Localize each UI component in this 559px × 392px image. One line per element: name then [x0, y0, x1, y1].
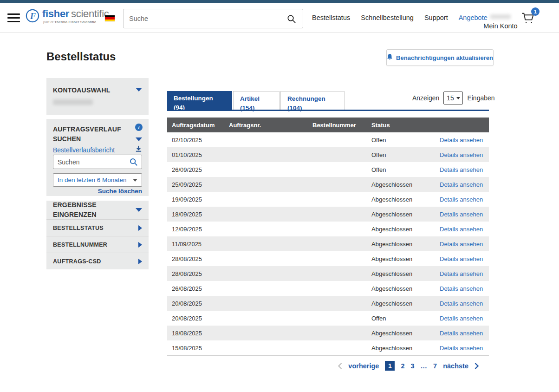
- details-link[interactable]: Details ansehen: [440, 211, 483, 218]
- details-link[interactable]: Details ansehen: [440, 151, 483, 158]
- table-row: 11/09/2025AbgeschlossenDetails ansehen: [167, 236, 489, 251]
- order-status: Abgeschlossen: [371, 285, 440, 292]
- update-notifications-button[interactable]: Benachrichtigungen aktualisieren: [386, 49, 494, 66]
- order-history-report-link[interactable]: Bestellverlaufsbericht: [53, 146, 115, 154]
- next-page-link[interactable]: nächste: [443, 362, 468, 370]
- next-page-chevron-icon[interactable]: [474, 363, 479, 369]
- page-size-suffix: Eingaben: [467, 94, 494, 102]
- svg-text:F: F: [30, 12, 36, 21]
- site-header: F fisherscientific part of Thermo Fisher…: [0, 3, 559, 33]
- refine-item-label: AUFTRAGS-CSD: [53, 258, 101, 265]
- search-icon[interactable]: [284, 14, 303, 24]
- refine-panel-header[interactable]: ERGEBNISSE EINGRENZEN: [46, 201, 149, 219]
- order-status: Offen: [371, 151, 440, 158]
- refine-results-panel: ERGEBNISSE EINGRENZEN BESTELLSTATUSBESTE…: [46, 201, 149, 269]
- order-date: 28/08/2025: [167, 270, 229, 277]
- german-flag-icon[interactable]: [105, 15, 115, 21]
- f-circle-icon: F: [26, 9, 39, 25]
- column-header-order-number: Auftragsnr.: [229, 122, 312, 129]
- chevron-down-icon: [136, 208, 142, 212]
- details-cell: Details ansehen: [440, 137, 489, 144]
- refine-item-auftrags-csd[interactable]: AUFTRAGS-CSD: [46, 253, 149, 269]
- order-status: Abgeschlossen: [371, 241, 440, 248]
- details-link[interactable]: Details ansehen: [440, 315, 483, 322]
- page-number-3[interactable]: 3: [411, 362, 415, 370]
- select-caret-icon: [456, 97, 460, 99]
- tab-label: Bestellungen: [174, 94, 232, 103]
- details-link[interactable]: Details ansehen: [440, 181, 483, 188]
- cart-icon: [521, 18, 535, 26]
- order-status: Offen: [371, 315, 440, 322]
- details-link[interactable]: Details ansehen: [440, 285, 483, 292]
- details-link[interactable]: Details ansehen: [440, 137, 483, 144]
- search-input[interactable]: [124, 15, 284, 22]
- orders-table: Auftragsdatum Auftragsnr. Bestellnummer …: [167, 118, 489, 356]
- download-icon[interactable]: [135, 145, 142, 154]
- table-row: 20/08/2025AbgeschlossenDetails ansehen: [167, 296, 489, 311]
- sidebar-search-input[interactable]: [53, 158, 128, 166]
- order-date: 26/08/2025: [167, 285, 229, 292]
- chevron-right-icon: [138, 259, 142, 264]
- tab-bestellungen[interactable]: Bestellungen(94): [167, 91, 232, 111]
- order-status: Abgeschlossen: [371, 270, 440, 277]
- page-number-7[interactable]: 7: [433, 362, 437, 370]
- sidebar-search-icon[interactable]: [128, 157, 142, 166]
- details-link[interactable]: Details ansehen: [440, 330, 483, 337]
- details-link[interactable]: Details ansehen: [440, 196, 483, 203]
- header-search: [123, 9, 303, 28]
- details-link[interactable]: Details ansehen: [440, 255, 483, 262]
- brand-name-light: scientific: [71, 8, 109, 20]
- order-status: Abgeschlossen: [371, 255, 440, 262]
- order-date: 11/09/2025: [167, 241, 229, 248]
- bell-icon: [387, 54, 393, 62]
- redacted-account-number: [53, 99, 93, 105]
- table-row: 12/09/2025AbgeschlossenDetails ansehen: [167, 222, 489, 236]
- table-row: 26/09/2025OffenDetails ansehen: [167, 162, 489, 177]
- order-status: Abgeschlossen: [371, 330, 440, 337]
- pagination: vorherige 123…7 nächste: [167, 361, 489, 371]
- nav-link-schnellbestellung[interactable]: Schnellbestellung: [361, 14, 414, 21]
- details-cell: Details ansehen: [440, 241, 489, 248]
- page-title: Bestellstatus: [46, 50, 116, 63]
- page-size-select[interactable]: 15: [443, 91, 463, 105]
- page-number-1[interactable]: 1: [385, 361, 395, 371]
- details-cell: Details ansehen: [440, 300, 489, 307]
- tab-rechnungen[interactable]: Rechnungen(104): [280, 91, 344, 110]
- chevron-down-icon[interactable]: [136, 88, 142, 91]
- hamburger-menu-icon[interactable]: [7, 13, 20, 25]
- refine-item-bestellstatus[interactable]: BESTELLSTATUS: [46, 219, 149, 236]
- tab-artikel[interactable]: Artikel(154): [233, 91, 280, 110]
- cart-button[interactable]: 1: [521, 11, 535, 26]
- date-range-select[interactable]: In den letzten 6 Monaten: [53, 173, 142, 187]
- details-link[interactable]: Details ansehen: [440, 270, 483, 277]
- details-link[interactable]: Details ansehen: [440, 166, 483, 173]
- info-icon[interactable]: i: [135, 124, 143, 131]
- nav-link-bestellstatus[interactable]: Bestellstatus: [312, 14, 350, 21]
- update-notifications-label: Benachrichtigungen aktualisieren: [396, 54, 493, 61]
- fisher-scientific-logo[interactable]: F fisherscientific part of Thermo Fisher…: [26, 9, 109, 25]
- clear-search-link[interactable]: Suche löschen: [98, 188, 142, 195]
- details-cell: Details ansehen: [440, 315, 489, 322]
- details-link[interactable]: Details ansehen: [440, 241, 483, 248]
- account-menu[interactable]: Mein Konto: [483, 7, 518, 30]
- details-link[interactable]: Details ansehen: [440, 300, 483, 307]
- refine-item-bestellnummer[interactable]: BESTELLNUMMER: [46, 236, 149, 253]
- details-link[interactable]: Details ansehen: [440, 226, 483, 233]
- details-cell: Details ansehen: [440, 181, 489, 188]
- table-row: 28/08/2025AbgeschlossenDetails ansehen: [167, 251, 489, 266]
- table-row: 28/08/2025AbgeschlossenDetails ansehen: [167, 266, 489, 281]
- column-header-status: Status: [371, 122, 440, 129]
- table-header-row: Auftragsdatum Auftragsnr. Bestellnummer …: [167, 118, 489, 132]
- chevron-down-icon[interactable]: [136, 137, 142, 141]
- main-nav: BestellstatusSchnellbestellungSupportAng…: [312, 3, 488, 33]
- details-link[interactable]: Details ansehen: [440, 345, 483, 352]
- nav-link-support[interactable]: Support: [424, 14, 448, 21]
- details-cell: Details ansehen: [440, 196, 489, 203]
- order-date: 19/09/2025: [167, 196, 229, 203]
- details-cell: Details ansehen: [440, 285, 489, 292]
- refine-item-label: BESTELLSTATUS: [53, 225, 104, 231]
- previous-page-link[interactable]: vorherige: [348, 362, 379, 370]
- page-number-2[interactable]: 2: [401, 362, 404, 370]
- column-header-po-number: Bestellnummer: [312, 122, 371, 129]
- page-ellipsis: …: [421, 362, 428, 370]
